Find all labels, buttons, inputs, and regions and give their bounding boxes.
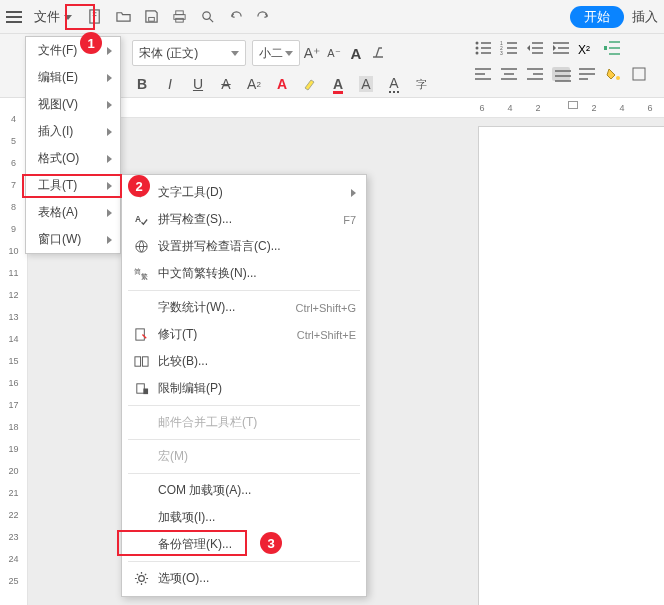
chevron-right-icon <box>107 125 112 139</box>
submenu-revision[interactable]: 修订(T) Ctrl+Shift+E <box>122 321 366 348</box>
submenu-options[interactable]: 选项(O)... <box>122 565 366 592</box>
chevron-right-icon <box>107 152 112 166</box>
align-left-icon[interactable] <box>474 67 492 81</box>
menu-item-table[interactable]: 表格(A) <box>26 199 120 226</box>
chevron-right-icon <box>107 44 112 58</box>
align-right-icon[interactable] <box>526 67 544 81</box>
chevron-right-icon <box>107 98 112 112</box>
vertical-ruler: 4 5 6 7 8 9 10 11 12 13 14 15 16 17 18 1… <box>0 98 28 605</box>
svg-text:字: 字 <box>135 187 145 198</box>
char-shading-button[interactable]: A <box>356 74 376 94</box>
menu-item-window[interactable]: 窗口(W) <box>26 226 120 253</box>
redo-icon[interactable] <box>252 6 274 28</box>
menu-separator <box>128 439 360 440</box>
print-icon[interactable] <box>168 6 190 28</box>
save-icon[interactable] <box>140 6 162 28</box>
submenu-set-spell-lang[interactable]: 设置拼写检查语言(C)... <box>122 233 366 260</box>
svg-line-8 <box>209 18 213 22</box>
phonetic-guide-button[interactable]: 字 <box>412 74 432 94</box>
document-page[interactable] <box>478 126 664 605</box>
svg-point-61 <box>138 576 144 582</box>
menu-item-insert[interactable]: 插入(I) <box>26 118 120 145</box>
spellcheck-icon: A <box>132 211 150 229</box>
clear-format-icon[interactable] <box>368 43 388 63</box>
main-menu-dropdown: 文件(F) 编辑(E) 视图(V) 插入(I) 格式(O) 工具(T) 表格(A… <box>25 36 121 254</box>
submenu-text-tool[interactable]: 字 文字工具(D) <box>122 179 366 206</box>
menu-item-view[interactable]: 视图(V) <box>26 91 120 118</box>
file-menu-label: 文件 <box>34 8 60 26</box>
horizontal-ruler: 6 4 2 2 4 6 <box>28 98 664 118</box>
globe-icon <box>132 238 150 256</box>
superscript-x-icon[interactable]: X² <box>578 40 596 56</box>
svg-text:A: A <box>134 214 140 224</box>
decrease-font-icon[interactable]: A⁻ <box>324 43 344 63</box>
italic-button[interactable]: I <box>160 74 180 94</box>
submenu-word-count[interactable]: 字数统计(W)... Ctrl+Shift+G <box>122 294 366 321</box>
tab-start[interactable]: 开始 <box>570 6 624 28</box>
submenu-com-addins[interactable]: COM 加载项(A)... <box>122 477 366 504</box>
tab-insert[interactable]: 插入 <box>632 8 658 26</box>
indent-icon[interactable] <box>552 40 570 56</box>
submenu-restrict-edit[interactable]: 限制编辑(P) <box>122 375 366 402</box>
submenu-sc-convert[interactable]: 简繁 中文简繁转换(N)... <box>122 260 366 287</box>
svg-rect-58 <box>142 357 148 366</box>
chevron-right-icon <box>107 206 112 220</box>
number-list-icon[interactable]: 123 <box>500 40 518 56</box>
submenu-addins[interactable]: 加载项(I)... <box>122 504 366 531</box>
indent-marker-icon[interactable] <box>568 101 578 109</box>
menu-separator <box>128 561 360 562</box>
font-family-select[interactable]: 宋体 (正文) <box>132 40 246 66</box>
svg-rect-57 <box>134 357 140 366</box>
superscript-button[interactable]: A2 <box>244 74 264 94</box>
chevron-down-icon <box>64 13 72 21</box>
svg-rect-50 <box>633 68 645 80</box>
svg-point-16 <box>476 52 479 55</box>
svg-text:3: 3 <box>500 50 503 56</box>
shading-icon[interactable] <box>604 66 622 82</box>
font-color-button[interactable]: A <box>328 74 348 94</box>
align-center-icon[interactable] <box>500 67 518 81</box>
bold-button[interactable]: B <box>132 74 152 94</box>
new-doc-icon[interactable] <box>84 6 106 28</box>
bullet-list-icon[interactable] <box>474 40 492 56</box>
compare-icon <box>132 353 150 371</box>
svg-point-14 <box>476 47 479 50</box>
open-icon[interactable] <box>112 6 134 28</box>
svg-point-12 <box>476 42 479 45</box>
convert-icon: 简繁 <box>132 265 150 283</box>
borders-icon[interactable] <box>630 66 648 82</box>
strikethrough-button[interactable]: A <box>216 74 236 94</box>
outdent-icon[interactable] <box>526 40 544 56</box>
increase-font-icon[interactable]: A⁺ <box>302 43 322 63</box>
menu-item-file[interactable]: 文件(F) <box>26 37 120 64</box>
change-case-icon[interactable]: A <box>346 43 366 63</box>
menu-item-format[interactable]: 格式(O) <box>26 145 120 172</box>
emphasis-button[interactable]: A <box>384 74 404 94</box>
highlight-button[interactable] <box>300 74 320 94</box>
svg-rect-59 <box>136 384 144 393</box>
submenu-backup[interactable]: 备份管理(K)... <box>122 531 366 558</box>
align-justify-icon[interactable] <box>552 67 570 81</box>
menu-separator <box>128 473 360 474</box>
submenu-spellcheck[interactable]: A 拼写检查(S)... F7 <box>122 206 366 233</box>
print-preview-icon[interactable] <box>196 6 218 28</box>
menu-item-edit[interactable]: 编辑(E) <box>26 64 120 91</box>
gear-icon <box>132 570 150 588</box>
undo-icon[interactable] <box>224 6 246 28</box>
menu-item-tools[interactable]: 工具(T) <box>26 172 120 199</box>
font-size-select[interactable]: 小二 <box>252 40 300 66</box>
file-menu-button[interactable]: 文件 <box>28 6 78 28</box>
lock-icon <box>132 380 150 398</box>
distribute-icon[interactable] <box>578 67 596 81</box>
submenu-compare[interactable]: 比较(B)... <box>122 348 366 375</box>
svg-text:字: 字 <box>416 78 427 90</box>
line-spacing-icon[interactable] <box>604 40 622 56</box>
chevron-right-icon <box>351 186 356 200</box>
svg-rect-3 <box>148 17 154 21</box>
quick-access-bar: 文件 开始 插入 <box>0 0 664 34</box>
svg-rect-33 <box>604 46 607 50</box>
text-effect-button[interactable]: A <box>272 74 292 94</box>
text-tool-icon: 字 <box>132 184 150 202</box>
menu-icon[interactable] <box>6 11 22 23</box>
underline-button[interactable]: U <box>188 74 208 94</box>
